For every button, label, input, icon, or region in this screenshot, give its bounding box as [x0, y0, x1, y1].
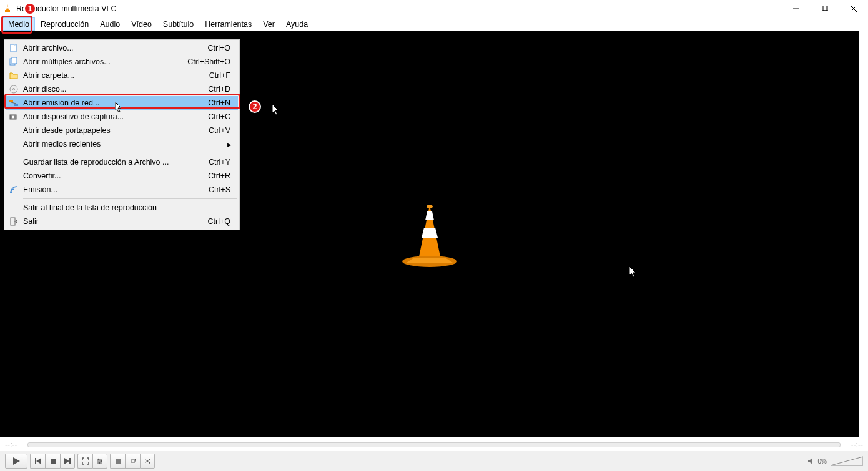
- menu-item-shortcut: Ctrl+D: [208, 85, 230, 94]
- menu-open-capture[interactable]: Abrir dispositivo de captura... Ctrl+C: [6, 110, 238, 124]
- svg-rect-2: [7, 6, 9, 7]
- mute-icon[interactable]: [807, 457, 816, 465]
- menu-item-label: Abrir desde portapapeles: [23, 126, 111, 135]
- menu-open-disc[interactable]: Abrir disco... Ctrl+D: [6, 82, 238, 96]
- menu-subtitulo[interactable]: Subtítulo: [157, 17, 199, 31]
- fullscreen-button[interactable]: [77, 454, 92, 469]
- svg-marker-12: [425, 211, 434, 220]
- svg-line-23: [11, 102, 16, 104]
- svg-rect-21: [9, 100, 13, 102]
- minimize-button[interactable]: [782, 0, 811, 17]
- menu-stream[interactable]: Emisión... Ctrl+S: [6, 183, 238, 197]
- seek-slider[interactable]: [27, 442, 841, 447]
- extended-settings-button[interactable]: [92, 454, 107, 469]
- menu-label: Audio: [100, 20, 120, 29]
- menu-video[interactable]: Vídeo: [126, 17, 157, 31]
- menu-open-clipboard[interactable]: Abrir desde portapapeles Ctrl+V: [6, 124, 238, 137]
- svg-rect-3: [6, 7, 9, 9]
- menu-item-shortcut: Ctrl+N: [208, 99, 230, 107]
- folder-icon: [9, 70, 19, 80]
- svg-rect-33: [69, 458, 71, 464]
- menu-item-label: Salir: [23, 217, 39, 226]
- stop-button[interactable]: [45, 454, 60, 469]
- capture-icon: [9, 112, 19, 122]
- menu-convert[interactable]: Convertir... Ctrl+R: [6, 169, 238, 183]
- svg-rect-31: [51, 459, 56, 464]
- loop-button[interactable]: [125, 454, 140, 469]
- menu-open-file[interactable]: Abrir archivo... Ctrl+O: [6, 41, 238, 55]
- total-time[interactable]: --:--: [846, 440, 863, 449]
- menu-open-multiple[interactable]: Abrir múltiples archivos... Ctrl+Shift+O: [6, 55, 238, 69]
- menu-open-network[interactable]: Abrir emisión de red... Ctrl+N: [6, 96, 238, 110]
- play-button[interactable]: [5, 454, 27, 469]
- svg-rect-18: [12, 57, 17, 64]
- svg-rect-1: [5, 10, 10, 12]
- quit-icon: [9, 216, 19, 226]
- menu-label: Vídeo: [131, 20, 152, 29]
- menu-item-label: Emisión...: [23, 185, 57, 194]
- svg-rect-6: [823, 6, 828, 11]
- svg-marker-28: [13, 457, 20, 465]
- svg-marker-13: [422, 228, 438, 238]
- elapsed-time[interactable]: --:--: [5, 440, 22, 449]
- close-button[interactable]: [839, 0, 868, 17]
- menu-item-shortcut: Ctrl+R: [208, 172, 230, 180]
- menu-ver[interactable]: Ver: [257, 17, 280, 31]
- menu-open-folder[interactable]: Abrir carpeta... Ctrl+F: [6, 69, 238, 82]
- svg-point-14: [427, 205, 433, 208]
- menu-quit-end-playlist[interactable]: Salir al final de la lista de reproducci…: [6, 201, 238, 215]
- vlc-cone-icon: [395, 200, 464, 269]
- menu-label: Subtítulo: [163, 20, 194, 29]
- menu-item-label: Abrir emisión de red...: [23, 99, 99, 107]
- svg-point-37: [98, 459, 100, 460]
- next-button[interactable]: [60, 454, 75, 469]
- maximize-button[interactable]: [811, 0, 839, 17]
- menu-recent-media[interactable]: Abrir medios recientes ▸: [6, 137, 238, 151]
- menu-reproduccion[interactable]: Reproducción: [35, 17, 94, 31]
- playlist-button[interactable]: [110, 454, 125, 469]
- shuffle-button[interactable]: [140, 454, 155, 469]
- svg-point-38: [101, 460, 102, 462]
- svg-rect-5: [822, 6, 827, 11]
- playback-group: [30, 454, 75, 469]
- menu-ayuda[interactable]: Ayuda: [280, 17, 313, 31]
- svg-marker-46: [808, 458, 812, 464]
- menu-item-shortcut: Ctrl+S: [209, 185, 230, 194]
- medio-dropdown: Abrir archivo... Ctrl+O Abrir múltiples …: [4, 39, 240, 230]
- svg-marker-45: [149, 462, 150, 464]
- menu-label: Ayuda: [286, 20, 308, 29]
- window-title: Reproductor multimedia VLC: [16, 4, 117, 13]
- menu-separator: [23, 198, 237, 199]
- menu-save-playlist[interactable]: Guardar lista de reproducción a Archivo …: [6, 155, 238, 169]
- menu-label: Medio: [8, 20, 29, 29]
- svg-marker-43: [135, 459, 136, 461]
- previous-button[interactable]: [30, 454, 45, 469]
- titlebar: Reproductor multimedia VLC: [0, 0, 868, 17]
- svg-marker-47: [831, 457, 863, 465]
- menu-item-shortcut: Ctrl+Shift+O: [187, 57, 230, 66]
- menu-herramientas[interactable]: Herramientas: [199, 17, 257, 31]
- menu-item-label: Abrir medios recientes: [23, 140, 101, 148]
- menu-item-label: Abrir carpeta...: [23, 71, 74, 80]
- menu-item-label: Guardar lista de reproducción a Archivo …: [23, 158, 169, 167]
- disc-icon: [9, 84, 19, 94]
- menu-item-shortcut: Ctrl+F: [209, 71, 230, 80]
- menu-item-label: Abrir disco...: [23, 85, 66, 94]
- volume-slider[interactable]: [831, 455, 863, 467]
- view-group: [77, 454, 107, 469]
- file-icon: [9, 43, 19, 53]
- svg-rect-30: [35, 458, 36, 464]
- vlc-app-icon: [2, 4, 12, 14]
- menu-item-label: Abrir múltiples archivos...: [23, 57, 111, 66]
- svg-marker-32: [64, 458, 69, 464]
- menu-medio[interactable]: Medio: [2, 17, 35, 31]
- menu-quit[interactable]: Salir Ctrl+Q: [6, 215, 238, 228]
- svg-marker-44: [149, 459, 150, 460]
- menu-item-label: Abrir archivo...: [23, 44, 74, 52]
- menu-item-label: Salir al final de la lista de reproducci…: [23, 203, 157, 212]
- svg-point-26: [11, 192, 12, 193]
- files-icon: [9, 57, 19, 67]
- menu-audio[interactable]: Audio: [94, 17, 126, 31]
- svg-point-39: [99, 462, 101, 464]
- network-icon: [9, 98, 19, 108]
